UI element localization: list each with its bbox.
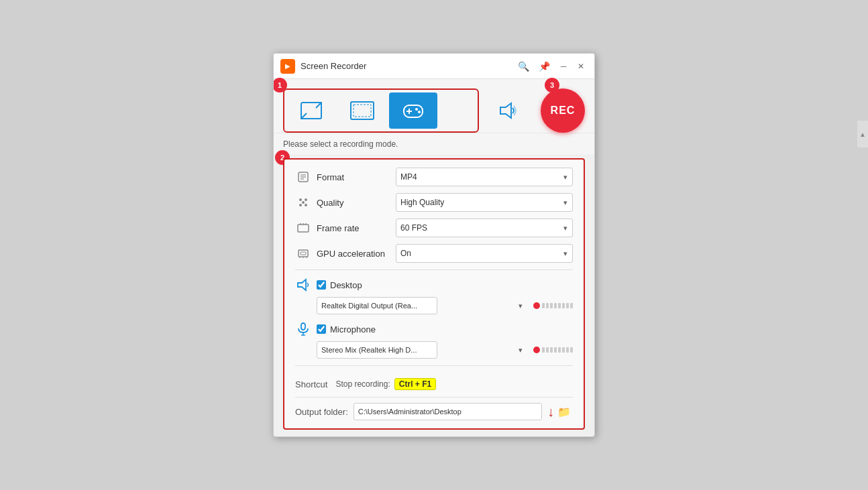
badge-3: 3 bbox=[545, 78, 559, 93]
desktop-audio-section: Desktop Realtek Digital Output (Rea... bbox=[295, 277, 573, 314]
svg-point-16 bbox=[302, 201, 305, 204]
folder-button[interactable]: 📁 bbox=[555, 403, 573, 420]
output-path-input[interactable] bbox=[354, 403, 542, 420]
close-button[interactable]: ✕ bbox=[574, 60, 588, 73]
desktop-vol-dot bbox=[533, 302, 540, 309]
desktop-audio-header: Desktop bbox=[295, 277, 573, 293]
gpu-icon bbox=[295, 245, 311, 261]
app-title: Screen Recorder bbox=[301, 61, 366, 71]
minimize-button[interactable]: ─ bbox=[557, 60, 570, 73]
mic-bar-1 bbox=[542, 347, 545, 353]
app-icon bbox=[280, 59, 295, 74]
microphone-label: Microphone bbox=[330, 324, 376, 334]
format-icon bbox=[295, 169, 311, 185]
badge-1: 1 bbox=[273, 78, 287, 93]
svg-rect-21 bbox=[299, 250, 308, 257]
microphone-checkbox-label[interactable]: Microphone bbox=[317, 324, 376, 334]
desktop-device-select-wrapper: Realtek Digital Output (Rea... bbox=[317, 297, 528, 314]
microphone-device-row: Stereo Mix (Realtek High D... bbox=[317, 341, 573, 359]
partial-screen-button[interactable] bbox=[287, 93, 335, 129]
desktop-device-select[interactable]: Realtek Digital Output (Rea... bbox=[317, 297, 437, 314]
desktop-volume-indicator bbox=[533, 302, 573, 309]
mic-bar-7 bbox=[566, 347, 569, 353]
microphone-checkbox[interactable] bbox=[317, 324, 326, 334]
microphone-icon bbox=[295, 321, 311, 337]
microphone-device-select-wrapper: Stereo Mix (Realtek High D... bbox=[317, 341, 528, 359]
divider-1 bbox=[295, 269, 573, 270]
output-row: Output folder: ↓ 📁 bbox=[295, 397, 573, 420]
svg-point-14 bbox=[299, 204, 302, 206]
mode-toolbar bbox=[283, 88, 479, 133]
svg-point-12 bbox=[299, 198, 302, 201]
download-arrow-icon: ↓ bbox=[547, 404, 554, 420]
app-window: Screen Recorder 🔍 📌 ─ ✕ 1 3 bbox=[273, 53, 595, 437]
title-left: Screen Recorder bbox=[280, 59, 366, 74]
quality-row: Quality High Quality Medium Quality Low … bbox=[295, 193, 573, 212]
vol-bar-3 bbox=[550, 303, 553, 308]
frame-rate-select[interactable]: 60 FPS 30 FPS 24 FPS 15 FPS bbox=[396, 219, 573, 237]
microphone-device-select[interactable]: Stereo Mix (Realtek High D... bbox=[317, 341, 437, 359]
game-mode-button[interactable] bbox=[389, 93, 437, 129]
frame-rate-icon bbox=[295, 220, 311, 236]
desktop-vol-bars bbox=[542, 303, 573, 308]
hint-area: Please select a recording mode. ▲ bbox=[274, 133, 594, 154]
microphone-volume-indicator bbox=[533, 347, 573, 353]
frame-rate-select-wrapper: 60 FPS 30 FPS 24 FPS 15 FPS bbox=[396, 219, 573, 237]
gpu-select[interactable]: On Off bbox=[396, 244, 573, 263]
hint-text: Please select a recording mode. bbox=[283, 139, 398, 149]
shortcut-label: Shortcut bbox=[295, 379, 327, 389]
vol-bar-1 bbox=[542, 303, 545, 308]
gpu-select-wrapper: On Off bbox=[396, 244, 573, 263]
format-row: Format MP4 AVI MOV WMV bbox=[295, 168, 573, 186]
svg-point-13 bbox=[305, 198, 307, 201]
stop-recording-label: Stop recording: bbox=[335, 379, 390, 389]
mic-vol-dot bbox=[533, 347, 540, 353]
quality-select-wrapper: High Quality Medium Quality Low Quality bbox=[396, 193, 573, 212]
shortcut-row: Shortcut Stop recording: Ctrl + F1 bbox=[295, 373, 573, 390]
svg-point-15 bbox=[305, 204, 307, 206]
svg-marker-7 bbox=[500, 103, 511, 118]
rec-button[interactable]: REC bbox=[541, 88, 585, 133]
settings-panel: Format MP4 AVI MOV WMV bbox=[283, 158, 585, 430]
vol-bar-8 bbox=[570, 303, 573, 308]
desktop-device-row: Realtek Digital Output (Rea... bbox=[317, 297, 573, 314]
microphone-section: Microphone Stereo Mix (Realtek High D... bbox=[295, 321, 573, 359]
search-icon[interactable]: 🔍 bbox=[515, 60, 532, 73]
vol-bar-2 bbox=[546, 303, 549, 308]
frame-rate-row: Frame rate 60 FPS 30 FPS 24 FPS 15 FPS bbox=[295, 219, 573, 237]
desktop-label: Desktop bbox=[330, 280, 362, 290]
format-select-wrapper: MP4 AVI MOV WMV bbox=[396, 168, 573, 186]
quality-select[interactable]: High Quality Medium Quality Low Quality bbox=[396, 193, 573, 212]
desktop-checkbox-label[interactable]: Desktop bbox=[317, 280, 362, 290]
mic-vol-bars bbox=[542, 347, 573, 353]
svg-rect-22 bbox=[301, 252, 306, 255]
svg-point-5 bbox=[415, 108, 418, 111]
microphone-header: Microphone bbox=[295, 321, 573, 337]
output-actions: ↓ 📁 bbox=[547, 403, 573, 420]
desktop-checkbox[interactable] bbox=[317, 280, 326, 290]
title-bar: Screen Recorder 🔍 📌 ─ ✕ bbox=[274, 54, 594, 79]
vol-bar-6 bbox=[562, 303, 565, 308]
title-controls: 🔍 📌 ─ ✕ bbox=[515, 60, 588, 73]
shortcut-item: Stop recording: Ctrl + F1 bbox=[335, 378, 436, 390]
audio-button[interactable] bbox=[483, 93, 531, 129]
pin-icon[interactable]: 📌 bbox=[536, 60, 553, 73]
svg-point-6 bbox=[418, 111, 421, 113]
quality-icon bbox=[295, 194, 311, 210]
format-select[interactable]: MP4 AVI MOV WMV bbox=[396, 168, 573, 186]
frame-rate-label: Frame rate bbox=[317, 223, 390, 233]
mic-bar-3 bbox=[550, 347, 553, 353]
speaker-icon bbox=[295, 277, 311, 293]
divider-2 bbox=[295, 365, 573, 366]
gpu-label: GPU acceleration bbox=[317, 249, 390, 259]
svg-marker-26 bbox=[298, 280, 306, 290]
mic-bar-4 bbox=[554, 347, 557, 353]
toolbar-area: 1 3 bbox=[274, 79, 594, 133]
output-label: Output folder: bbox=[295, 407, 348, 417]
full-screen-button[interactable] bbox=[338, 93, 386, 129]
shortcut-key: Ctrl + F1 bbox=[394, 378, 436, 390]
mic-bar-8 bbox=[570, 347, 573, 353]
svg-rect-27 bbox=[301, 323, 305, 330]
mic-bar-5 bbox=[558, 347, 561, 353]
vol-bar-5 bbox=[558, 303, 561, 308]
